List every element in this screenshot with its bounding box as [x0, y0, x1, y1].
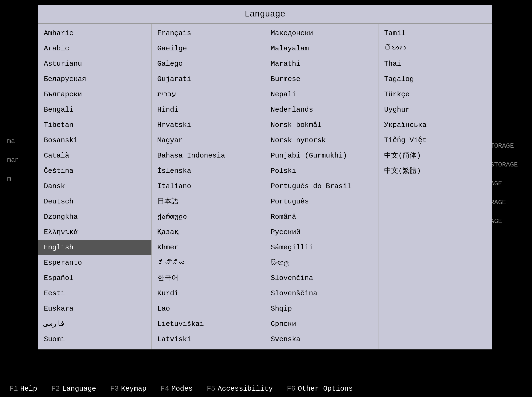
lang-eesti[interactable]: Eesti — [38, 286, 151, 301]
lang-esperanto[interactable]: Esperanto — [38, 255, 151, 271]
lang-malayalam[interactable]: Malayalam — [265, 41, 378, 56]
lang-japanese[interactable]: 日本語 — [152, 194, 265, 209]
lang-punjabi[interactable]: Punjabi (Gurmukhi) — [265, 148, 378, 163]
lang-belarusian[interactable]: Беларуская — [38, 72, 151, 87]
lang-hebrew[interactable]: עברית — [152, 87, 265, 102]
lang-amharic[interactable]: Amharic — [38, 26, 151, 41]
dialog-body: Amharic Arabic Asturianu Беларуская Бълг… — [38, 24, 492, 349]
function-bar: F1 Help F2 Language F3 Keymap F4 Modes F… — [0, 380, 532, 397]
lang-gaeilge[interactable]: Gaeilge — [152, 41, 265, 56]
lang-francais[interactable]: Français — [152, 26, 265, 41]
lang-thai[interactable]: Thai — [378, 56, 492, 72]
lang-asturianu[interactable]: Asturianu — [38, 56, 151, 72]
lang-euskara[interactable]: Euskara — [38, 301, 151, 316]
lang-marathi[interactable]: Marathi — [265, 56, 378, 72]
lang-uyghur[interactable]: Uyghur — [378, 102, 492, 118]
fn-help[interactable]: F1 Help — [9, 385, 37, 393]
fn-key-3: F3 — [110, 385, 119, 393]
lang-romanian[interactable]: Română — [265, 209, 378, 225]
lang-magyar[interactable]: Magyar — [152, 133, 265, 148]
lang-slovak[interactable]: Slovenčina — [265, 271, 378, 286]
fn-label-other-options: Other Options — [298, 385, 353, 393]
lang-tibetan[interactable]: Tibetan — [38, 118, 151, 133]
lang-sinhala[interactable]: සිංහල — [265, 255, 378, 271]
lang-georgian[interactable]: ქართული — [152, 209, 265, 225]
fn-accessibility[interactable]: F5 Accessibility — [207, 385, 273, 393]
lang-norsk-bokmal[interactable]: Norsk bokmål — [265, 118, 378, 133]
lang-arabic[interactable]: Arabic — [38, 41, 151, 56]
fn-label-modes: Modes — [171, 385, 193, 393]
lang-suomi[interactable]: Suomi — [38, 332, 151, 347]
lang-serbian[interactable]: Српски — [265, 316, 378, 332]
language-column-1: Amharic Arabic Asturianu Беларуская Бълг… — [38, 24, 152, 349]
fn-other-options[interactable]: F6 Other Options — [287, 385, 353, 393]
dialog-title: Language — [38, 5, 492, 24]
lang-hrvatski[interactable]: Hrvatski — [152, 118, 265, 133]
lang-ukrainian[interactable]: Українська — [378, 118, 492, 133]
lang-telugu[interactable]: తెలుగు — [378, 41, 492, 56]
lang-shqip[interactable]: Shqip — [265, 301, 378, 316]
lang-bengali[interactable]: Bengali — [38, 102, 151, 118]
lang-kazakh[interactable]: Қазақ — [152, 225, 265, 240]
lang-tagalog[interactable]: Tagalog — [378, 72, 492, 87]
lang-deutsch[interactable]: Deutsch — [38, 194, 151, 209]
fn-label-help: Help — [20, 385, 37, 393]
background-left-text: ma man m — [7, 132, 19, 188]
lang-greek[interactable]: Ελληνικά — [38, 225, 151, 240]
lang-farsi[interactable]: فارسی — [38, 316, 151, 332]
lang-bulgarian[interactable]: Български — [38, 87, 151, 102]
lang-burmese[interactable]: Burmese — [265, 72, 378, 87]
lang-tamil[interactable]: Tamil — [378, 26, 492, 41]
lang-bosanski[interactable]: Bosanski — [38, 133, 151, 148]
fn-label-language: Language — [62, 385, 96, 393]
lang-khmer[interactable]: Khmer — [152, 240, 265, 255]
lang-espanol[interactable]: Español — [38, 271, 151, 286]
lang-korean[interactable]: 한국어 — [152, 271, 265, 286]
dialog-box: Language Amharic Arabic Asturianu Белару… — [38, 5, 492, 349]
lang-nepali[interactable]: Nepali — [265, 87, 378, 102]
lang-english[interactable]: English — [38, 240, 151, 255]
lang-slovenian[interactable]: Slovenščina — [265, 286, 378, 301]
lang-islenska[interactable]: Íslenska — [152, 163, 265, 179]
lang-kurdi[interactable]: Kurdî — [152, 286, 265, 301]
lang-catala[interactable]: Català — [38, 148, 151, 163]
lang-turkish[interactable]: Türkçe — [378, 87, 492, 102]
lang-polski[interactable]: Polski — [265, 163, 378, 179]
fn-label-accessibility: Accessibility — [218, 385, 273, 393]
fn-key-2: F2 — [51, 385, 60, 393]
lang-italiano[interactable]: Italiano — [152, 179, 265, 194]
lang-hindi[interactable]: Hindi — [152, 102, 265, 118]
language-column-3: Македонски Malayalam Marathi Burmese Nep… — [265, 24, 379, 349]
lang-russian[interactable]: Русский — [265, 225, 378, 240]
lang-bahasa-indonesia[interactable]: Bahasa Indonesia — [152, 148, 265, 163]
lang-portuguese[interactable]: Português — [265, 194, 378, 209]
language-column-2: Français Gaeilge Galego Gujarati עברית H… — [152, 24, 265, 349]
lang-macedonian[interactable]: Македонски — [265, 26, 378, 41]
lang-portuguese-brazil[interactable]: Português do Brasil — [265, 179, 378, 194]
lang-vietnamese[interactable]: Tiếng Việt — [378, 133, 492, 148]
fn-keymap[interactable]: F3 Keymap — [110, 385, 147, 393]
fn-key-4: F4 — [161, 385, 169, 393]
lang-dutch[interactable]: Nederlands — [265, 102, 378, 118]
lang-gujarati[interactable]: Gujarati — [152, 72, 265, 87]
fn-modes[interactable]: F4 Modes — [161, 385, 193, 393]
lang-chinese-traditional[interactable]: 中文(繁體) — [378, 163, 492, 179]
fn-key-1: F1 — [9, 385, 18, 393]
lang-chinese-simplified[interactable]: 中文(简体) — [378, 148, 492, 163]
lang-cestina[interactable]: Čeština — [38, 163, 151, 179]
lang-dzongkha[interactable]: Dzongkha — [38, 209, 151, 225]
lang-norsk-nynorsk[interactable]: Norsk nynorsk — [265, 133, 378, 148]
language-dialog: Language Amharic Arabic Asturianu Белару… — [38, 5, 492, 377]
fn-language[interactable]: F2 Language — [51, 385, 96, 393]
fn-key-5: F5 — [207, 385, 215, 393]
fn-label-keymap: Keymap — [121, 385, 147, 393]
lang-latvian[interactable]: Latviski — [152, 332, 265, 347]
lang-samegillii[interactable]: Sámegillii — [265, 240, 378, 255]
lang-kannada[interactable]: ಕನ್ನಡ — [152, 255, 265, 271]
lang-galego[interactable]: Galego — [152, 56, 265, 72]
lang-lithuanian[interactable]: Lietuviškai — [152, 316, 265, 332]
lang-dansk[interactable]: Dansk — [38, 179, 151, 194]
lang-swedish[interactable]: Svenska — [265, 332, 378, 347]
lang-lao[interactable]: Lao — [152, 301, 265, 316]
fn-key-6: F6 — [287, 385, 295, 393]
